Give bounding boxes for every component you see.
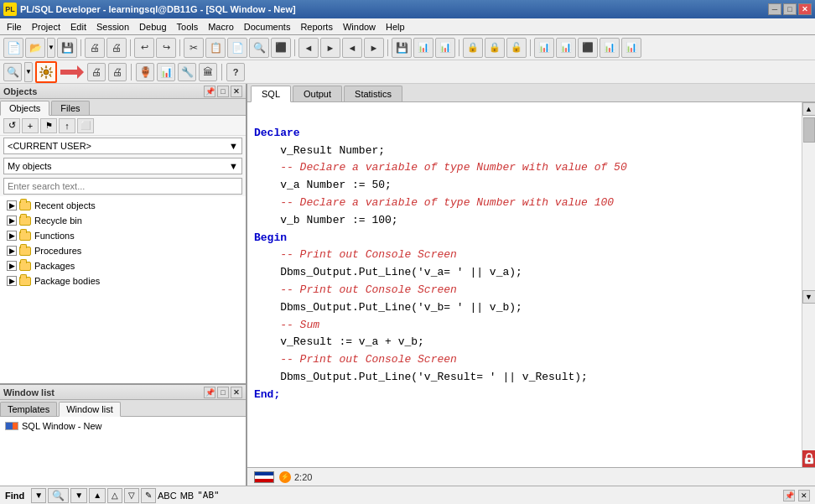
wl-close-button[interactable]: ✕ [231,387,242,398]
refresh-button[interactable]: ↺ [3,118,20,133]
tb2-gear-button[interactable] [35,61,57,83]
tb-db2-button[interactable]: 📊 [413,38,433,58]
expand-package-bodies-icon[interactable]: ▶ [7,276,17,286]
scroll-down-button[interactable]: ▼ [802,290,816,304]
tab-window-list[interactable]: Window list [59,402,121,417]
current-user-dropdown[interactable]: <CURRENT USER> ▼ [3,138,242,154]
menu-session[interactable]: Session [91,20,134,34]
menu-tools[interactable]: Tools [172,20,204,34]
tb-t1-button[interactable]: 📊 [534,38,554,58]
tb-paste-button[interactable]: 📄 [227,38,247,58]
tb2-help-button[interactable]: ? [226,63,245,81]
panel-close-button[interactable]: ✕ [231,86,242,97]
panel-float-button[interactable]: □ [217,86,229,97]
add-button[interactable]: + [22,118,39,133]
menu-project[interactable]: Project [27,20,65,34]
wl-float-button[interactable]: □ [217,387,229,398]
menu-help[interactable]: Help [381,20,410,34]
tb-db3-button[interactable]: 📊 [435,38,455,58]
tb-lock1-button[interactable]: 🔒 [463,38,483,58]
tree-item-functions[interactable]: ▶ Functions [0,228,246,243]
find-edit-button[interactable]: ✎ [141,488,156,503]
tb2-zoom-button[interactable]: 🔍 [3,63,22,81]
menu-reports[interactable]: Reports [295,20,338,34]
expand-recycle-icon[interactable]: ▶ [7,216,17,226]
editor-tab-statistics[interactable]: Statistics [344,86,402,101]
tb2-obj4-button[interactable]: 🏛 [199,63,217,81]
scroll-up-button[interactable]: ▲ [802,102,816,116]
menu-edit[interactable]: Edit [65,20,91,34]
tb2-print3-button[interactable]: 🖨 [87,63,106,81]
tb2-zoom-arrow[interactable]: ▼ [24,62,33,82]
scroll-thumb[interactable] [803,117,815,143]
tb-print2-button[interactable]: 🖨 [106,38,127,58]
restore-button[interactable]: □ [783,3,797,15]
find-delta-up-button[interactable]: △ [107,488,122,503]
tree-item-recycle-bin[interactable]: ▶ Recycle bin [0,213,246,228]
menu-macro[interactable]: Macro [203,20,239,34]
menu-debug[interactable]: Debug [134,20,171,34]
tb-t3-button[interactable]: ⬛ [578,38,598,58]
editor-scrollbar-vertical[interactable]: ▲ ▼ [802,102,815,467]
tab-objects[interactable]: Objects [0,101,49,116]
tb-find2-button[interactable]: ⬛ [271,38,291,58]
tb2-print4-button[interactable]: 🖨 [108,63,127,81]
tb-nav3-button[interactable]: ◄ [342,38,362,58]
tb2-obj3-button[interactable]: 🔧 [178,63,196,81]
objects-filter-dropdown[interactable]: My objects ▼ [3,158,242,174]
tb-print-button[interactable]: 🖨 [85,38,105,58]
tb-lock3-button[interactable]: 🔓 [506,38,527,58]
editor-tab-sql[interactable]: SQL [251,86,291,102]
tb-t5-button[interactable]: 📊 [621,38,641,58]
editor-tab-output[interactable]: Output [293,86,342,101]
tb-lock2-button[interactable]: 🔒 [485,38,505,58]
expand-procedures-icon[interactable]: ▶ [7,246,17,256]
tb-nav4-button[interactable]: ► [364,38,384,58]
tb-open-arrow[interactable]: ▼ [47,38,55,58]
tb-save-button[interactable]: 💾 [57,38,77,58]
tb-db1-button[interactable]: 💾 [392,38,412,58]
menu-file[interactable]: File [2,20,27,34]
tb-open-button[interactable]: 📂 [25,38,45,58]
tb-t4-button[interactable]: 📊 [600,38,620,58]
tb-new-button[interactable]: 📄 [3,38,23,58]
close-button[interactable]: ✕ [798,3,812,15]
menu-window[interactable]: Window [338,20,381,34]
expand-packages-icon[interactable]: ▶ [7,261,17,271]
expand-functions-icon[interactable]: ▶ [7,231,17,241]
tb-nav2-button[interactable]: ► [320,38,340,58]
flag-button[interactable]: ⚑ [40,118,57,133]
tb-redo-button[interactable]: ↪ [156,38,176,58]
find-prev-button[interactable]: ▼ [70,488,87,503]
tb2-obj2-button[interactable]: 📊 [157,63,175,81]
find-next-button[interactable]: 🔍 [48,488,69,503]
search-input[interactable] [8,181,238,191]
find-pin-button[interactable]: 📌 [783,490,795,501]
find-close-button[interactable]: ✕ [798,490,810,501]
tree-item-procedures[interactable]: ▶ Procedures [0,243,246,258]
up-button[interactable]: ↑ [59,118,75,133]
tb-cut-button[interactable]: ✂ [184,38,204,58]
find-delta-down-button[interactable]: ▽ [124,488,139,503]
list-item[interactable]: SQL Window - New [0,418,246,434]
menu-documents[interactable]: Documents [239,20,296,34]
search-box[interactable] [3,178,242,195]
tb2-obj1-button[interactable]: 🏺 [136,63,154,81]
tb-t2-button[interactable]: 📊 [556,38,576,58]
editor-content[interactable]: Declare v_Result Number; -- Declare a va… [247,102,802,467]
tb-nav1-button[interactable]: ◄ [298,38,319,58]
expand-recent-icon[interactable]: ▶ [7,200,17,210]
panel-pin-button[interactable]: 📌 [204,86,215,97]
tree-item-recent-objects[interactable]: ▶ Recent objects [0,198,246,213]
wl-pin-button[interactable]: 📌 [204,387,215,398]
tb-find-button[interactable]: 🔍 [249,38,269,58]
tb-undo-button[interactable]: ↩ [134,38,154,58]
copy2-button[interactable]: ⬜ [77,118,94,133]
tree-item-packages[interactable]: ▶ Packages [0,258,246,273]
tab-files[interactable]: Files [51,101,89,115]
tab-templates[interactable]: Templates [0,402,57,416]
tree-item-package-bodies[interactable]: ▶ Package bodies [0,273,246,288]
find-dropdown-button[interactable]: ▼ [31,488,46,503]
find-up-button[interactable]: ▲ [89,488,106,503]
minimize-button[interactable]: ─ [768,3,781,15]
